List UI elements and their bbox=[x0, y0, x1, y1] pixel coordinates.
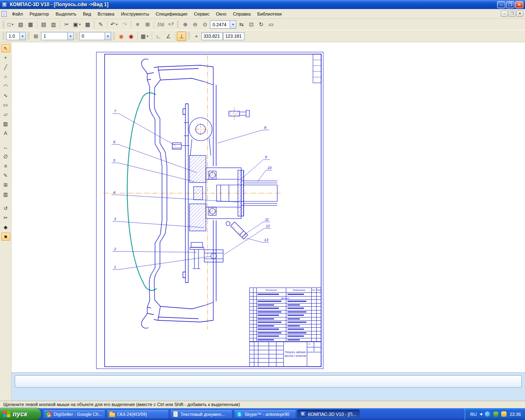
zoom-out-button[interactable]: ⊖ bbox=[190, 20, 200, 29]
minimize-button[interactable]: – bbox=[497, 1, 505, 8]
toolbar-grip[interactable] bbox=[188, 32, 190, 40]
menu-insert[interactable]: Вставка bbox=[94, 10, 118, 18]
tool-hatch[interactable]: ▨ bbox=[1, 120, 10, 128]
menu-view[interactable]: Вид bbox=[80, 10, 94, 18]
chevron-down-icon[interactable]: ▼ bbox=[230, 21, 236, 28]
mdi-minimize-button[interactable]: – bbox=[501, 11, 508, 17]
toolbar-grip[interactable] bbox=[27, 32, 30, 40]
taskbar-item-text-document[interactable]: Текстовый докумен... bbox=[170, 409, 233, 419]
close-button[interactable]: ✕ bbox=[515, 1, 523, 8]
menu-libraries[interactable]: Библиотеки bbox=[254, 10, 285, 18]
specification-button[interactable]: ≡ bbox=[133, 20, 142, 29]
menu-service[interactable]: Сервис bbox=[191, 10, 213, 18]
tool-text[interactable]: A bbox=[1, 129, 10, 137]
coordinate-y-field[interactable] bbox=[223, 32, 244, 40]
tool-arc[interactable]: ◠ bbox=[1, 82, 10, 90]
taskbar-item-chrome[interactable]: DigiSeller - Google Ch... bbox=[43, 409, 105, 419]
menu-file[interactable]: Файл bbox=[9, 10, 26, 18]
table-icon: ⊞ bbox=[145, 21, 150, 27]
tool-trim[interactable]: ✂ bbox=[1, 214, 10, 222]
tool-point[interactable]: + bbox=[1, 54, 10, 62]
zoom-selection-button[interactable]: ⊙ bbox=[200, 20, 210, 29]
tool-circle[interactable]: ○ bbox=[1, 73, 10, 81]
zoom-in-button[interactable]: ⊕ bbox=[180, 20, 190, 29]
undo-button[interactable]: ↶▼ bbox=[109, 20, 119, 29]
tray-chevron-icon[interactable]: ◀ bbox=[479, 412, 482, 416]
toolbar-grip[interactable] bbox=[75, 32, 78, 40]
tool-dimension[interactable]: ↔ bbox=[1, 143, 10, 151]
context-help-button[interactable]: ↖? bbox=[166, 20, 175, 29]
layers-button[interactable]: ⊞ bbox=[31, 32, 41, 41]
tool-rotate[interactable]: ↺ bbox=[1, 204, 10, 212]
coordinate-x-field[interactable] bbox=[201, 32, 223, 40]
circle-icon: ○ bbox=[4, 74, 7, 80]
save-button[interactable]: ▦ bbox=[26, 20, 35, 29]
tray-icon-antivirus[interactable] bbox=[493, 411, 498, 417]
tool-select[interactable]: ↖ bbox=[1, 44, 10, 52]
language-indicator[interactable]: RU bbox=[470, 412, 477, 417]
taskbar-item-skype[interactable]: S Skype™ - antoniopr90 bbox=[234, 409, 296, 419]
style-combobox[interactable]: 0 ▼ bbox=[79, 32, 111, 40]
taskbar-item-folder[interactable]: ГАЗ-24(КОЛЯ) bbox=[107, 409, 169, 419]
open-button[interactable]: ▧ bbox=[16, 20, 25, 29]
toolbar-grip[interactable] bbox=[2, 21, 5, 29]
restore-button[interactable]: ❐ bbox=[506, 1, 514, 8]
menu-window[interactable]: Окно bbox=[212, 10, 230, 18]
tray-icon-messenger[interactable] bbox=[485, 411, 490, 417]
refresh-button[interactable]: ↻ bbox=[256, 20, 266, 29]
taskbar-item-kompas[interactable]: K КОМПАС-3D V10 - [П... bbox=[297, 409, 360, 419]
child-document-icon[interactable] bbox=[2, 11, 7, 17]
show-all-button[interactable]: ▭ bbox=[266, 20, 276, 29]
variables-button[interactable]: ƒ(x) bbox=[156, 20, 165, 29]
menu-select[interactable]: Выделить bbox=[52, 10, 80, 18]
tool-views[interactable]: ▥ bbox=[1, 190, 10, 199]
grid-button[interactable]: ▦▼ bbox=[139, 32, 150, 41]
toolbar-grip[interactable] bbox=[113, 32, 115, 40]
forbid-snap-button[interactable]: ◉ bbox=[126, 32, 136, 41]
tool-spline[interactable]: ∿ bbox=[1, 91, 10, 100]
tool-measure[interactable]: ◆ bbox=[1, 223, 10, 231]
tool-designation[interactable]: ≡ bbox=[1, 162, 10, 170]
redo-button[interactable]: ↷ bbox=[120, 20, 129, 29]
cut-button[interactable]: ✂ bbox=[62, 20, 71, 29]
chevron-down-icon[interactable]: ▼ bbox=[67, 32, 73, 40]
preview-button[interactable]: ▥ bbox=[49, 20, 58, 29]
tool-edit[interactable]: ✎ bbox=[1, 171, 10, 180]
mdi-close-button[interactable]: ✕ bbox=[516, 11, 523, 17]
toolbar-grip[interactable] bbox=[177, 21, 179, 29]
spec-row bbox=[250, 335, 321, 338]
tool-polygon[interactable]: ▱ bbox=[1, 110, 10, 119]
layer-combobox[interactable]: 1 ▼ bbox=[41, 32, 74, 40]
pan-button[interactable]: ⇆ bbox=[237, 20, 246, 29]
copy-properties-button[interactable]: ✎ bbox=[96, 20, 105, 29]
tool-rectangle[interactable]: ▭ bbox=[1, 101, 10, 109]
property-bar[interactable] bbox=[15, 375, 522, 388]
zoom-combobox[interactable]: 0.2474 ▼ bbox=[210, 21, 236, 29]
copy-button[interactable]: ▣▼ bbox=[72, 20, 82, 29]
snap-settings-button[interactable]: ◉ bbox=[116, 32, 126, 41]
toolbar-grip[interactable] bbox=[2, 32, 5, 40]
zoom-area-button[interactable]: ⊡ bbox=[247, 20, 256, 29]
tool-line[interactable]: ╱ bbox=[1, 63, 10, 71]
mdi-restore-button[interactable]: ❐ bbox=[509, 11, 516, 17]
print-button[interactable]: ▤ bbox=[39, 20, 48, 29]
table-button[interactable]: ⊞ bbox=[143, 20, 152, 29]
tool-diameter[interactable]: ∅ bbox=[1, 153, 10, 161]
tool-parametrics[interactable]: ⊞ bbox=[1, 181, 10, 189]
chevron-down-icon[interactable]: ▼ bbox=[105, 32, 111, 40]
start-button[interactable]: пуск bbox=[0, 408, 41, 420]
line-width-combobox[interactable]: 1.0 ▼ bbox=[6, 32, 26, 40]
angle-button[interactable]: ∠ bbox=[164, 32, 173, 41]
ortho-mode-button[interactable]: ⊥ bbox=[177, 32, 186, 41]
menu-help[interactable]: Справка bbox=[230, 10, 254, 18]
menu-specification[interactable]: Спецификация bbox=[153, 10, 191, 18]
menu-editor[interactable]: Редактор bbox=[26, 10, 52, 18]
menu-tools[interactable]: Инструменты bbox=[118, 10, 153, 18]
paste-button[interactable]: ▩ bbox=[83, 20, 92, 29]
drawing-canvas[interactable]: 7 6 5 4 3 2 1 8 9 10 11 12 13 Обозначени… bbox=[11, 42, 525, 372]
new-button[interactable]: □▼ bbox=[6, 20, 16, 29]
chevron-down-icon[interactable]: ▼ bbox=[19, 32, 25, 40]
local-cs-button[interactable]: ∟ bbox=[154, 32, 163, 41]
tray-icon-updater[interactable] bbox=[501, 411, 507, 417]
tool-current-mode[interactable]: ■ bbox=[1, 233, 10, 241]
